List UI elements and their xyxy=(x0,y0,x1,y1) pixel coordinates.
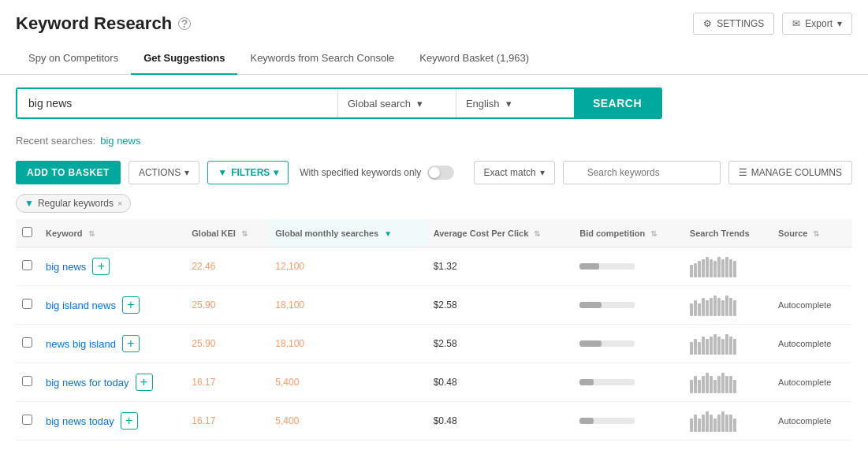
kei-value: 16.17 xyxy=(192,377,215,388)
trend-bar xyxy=(721,373,725,393)
col-keyword-label: Keyword xyxy=(46,229,82,238)
keyword-link[interactable]: big news today xyxy=(46,415,114,427)
col-header-source[interactable]: Source ⇅ xyxy=(772,219,852,247)
trend-bar xyxy=(710,376,713,393)
bid-bar-fill xyxy=(579,379,594,385)
recent-search-link[interactable]: big news xyxy=(100,135,140,147)
actions-caret-icon: ▾ xyxy=(184,167,189,178)
source-value: Autocomplete xyxy=(778,377,831,387)
language-dropdown[interactable]: English ▾ xyxy=(456,89,574,117)
col-trends-label: Search Trends xyxy=(690,229,750,238)
trend-bar xyxy=(717,376,721,393)
page-header: Keyword Research ? ⚙ SETTINGS ✉ Export ▾ xyxy=(0,0,868,43)
trend-bar xyxy=(694,263,697,277)
trend-bar xyxy=(733,339,736,355)
trend-bar xyxy=(694,300,697,316)
keywords-table: Keyword ⇅ Global KEI ⇅ Global monthly se… xyxy=(16,219,852,441)
row-checkbox[interactable] xyxy=(22,299,32,309)
keyword-search-input[interactable] xyxy=(17,89,337,117)
trend-bar xyxy=(690,265,693,277)
manage-columns-button[interactable]: ☰ MANAGE COLUMNS xyxy=(728,161,852,184)
tab-keywords-search-console[interactable]: Keywords from Search Console xyxy=(237,43,407,75)
source-value: Autocomplete xyxy=(778,300,831,310)
page-title: Keyword Research ? xyxy=(16,13,191,34)
trend-bar xyxy=(717,257,721,277)
col-header-cpc[interactable]: Average Cost Per Click ⇅ xyxy=(427,219,574,247)
search-button[interactable]: SEARCH xyxy=(574,89,661,117)
search-keywords-input[interactable] xyxy=(563,161,721,184)
trend-bar xyxy=(725,257,728,277)
add-keyword-button[interactable]: + xyxy=(122,296,140,314)
specified-keywords-toggle[interactable] xyxy=(427,165,454,180)
table-header-row: Keyword ⇅ Global KEI ⇅ Global monthly se… xyxy=(16,219,852,247)
col-bid-sort-icon: ⇅ xyxy=(650,229,657,238)
row-checkbox[interactable] xyxy=(22,337,32,348)
keyword-link[interactable]: big island news xyxy=(46,299,116,311)
trend-bar xyxy=(694,339,697,355)
trend-bar xyxy=(702,259,705,277)
trend-bar xyxy=(717,337,721,355)
kei-value: 25.90 xyxy=(192,338,215,349)
tab-spy-on-competitors[interactable]: Spy on Competitors xyxy=(16,43,131,75)
trend-bar xyxy=(733,300,736,316)
col-cpc-label: Average Cost Per Click xyxy=(434,229,529,238)
col-header-keyword[interactable]: Keyword ⇅ xyxy=(39,219,185,247)
filter-tag-close-icon[interactable]: × xyxy=(117,199,122,208)
source-value: Autocomplete xyxy=(778,416,831,426)
cpc-value: $2.58 xyxy=(434,338,457,349)
title-text: Keyword Research xyxy=(16,13,172,34)
search-trends-chart xyxy=(690,294,766,316)
add-keyword-button[interactable]: + xyxy=(92,258,110,275)
recent-searches-label: Recent searches: xyxy=(16,135,95,147)
header-actions: ⚙ SETTINGS ✉ Export ▾ xyxy=(693,13,852,35)
select-all-checkbox[interactable] xyxy=(22,227,32,237)
bid-competition-bar xyxy=(579,418,635,424)
col-header-monthly[interactable]: Global monthly searches ▼ xyxy=(269,219,427,247)
col-header-bid[interactable]: Bid competition ⇅ xyxy=(573,219,684,247)
add-keyword-button[interactable]: + xyxy=(136,374,153,391)
trend-bar xyxy=(710,337,713,355)
filters-button[interactable]: ▼ FILTERS ▾ xyxy=(207,161,289,184)
add-to-basket-button[interactable]: ADD TO BASKET xyxy=(16,161,121,184)
export-icon: ✉ xyxy=(792,18,800,29)
monthly-value: 18,100 xyxy=(275,299,304,311)
kei-value: 25.90 xyxy=(192,299,215,311)
add-keyword-button[interactable]: + xyxy=(121,412,138,430)
trend-bar xyxy=(725,415,728,432)
exact-match-button[interactable]: Exact match ▾ xyxy=(474,161,555,184)
specified-keywords-toggle-label: With specified keywords only xyxy=(300,165,454,180)
col-header-global-kei[interactable]: Global KEI ⇅ xyxy=(185,219,269,247)
search-section: Global search ▾ English ▾ SEARCH xyxy=(0,75,868,132)
settings-button[interactable]: ⚙ SETTINGS xyxy=(693,13,774,35)
trend-bar xyxy=(698,418,701,432)
keyword-link[interactable]: big news xyxy=(46,261,86,273)
language-caret-icon: ▾ xyxy=(506,98,512,110)
cpc-value: $2.58 xyxy=(434,299,457,311)
search-trends-chart xyxy=(690,333,766,355)
tab-get-suggestions[interactable]: Get Suggestions xyxy=(131,43,237,75)
export-button[interactable]: ✉ Export ▾ xyxy=(782,13,852,35)
add-keyword-button[interactable]: + xyxy=(122,335,140,352)
kei-value: 22.46 xyxy=(192,261,215,272)
keyword-link[interactable]: news big island xyxy=(46,338,116,350)
select-all-header[interactable] xyxy=(16,219,39,247)
col-source-label: Source xyxy=(778,229,807,238)
trend-bar xyxy=(725,296,728,316)
tab-keyword-basket[interactable]: Keyword Basket (1,963) xyxy=(407,43,542,75)
keyword-link[interactable]: big news for today xyxy=(46,377,129,389)
table-row: big news today + 16.175,400$0.48 Autocom… xyxy=(16,402,852,441)
global-search-dropdown[interactable]: Global search ▾ xyxy=(337,89,456,117)
bid-competition-bar xyxy=(579,379,635,385)
bid-competition-bar xyxy=(579,302,635,308)
col-header-trends: Search Trends xyxy=(684,219,772,247)
trend-bar xyxy=(721,339,725,355)
kei-value: 16.17 xyxy=(192,415,215,426)
search-trends-chart xyxy=(690,255,766,277)
help-icon[interactable]: ? xyxy=(178,17,191,30)
trend-bar xyxy=(710,259,713,277)
row-checkbox[interactable] xyxy=(22,376,32,386)
row-checkbox[interactable] xyxy=(22,415,32,425)
trend-bar xyxy=(713,334,717,355)
row-checkbox[interactable] xyxy=(22,260,32,270)
actions-button[interactable]: ACTIONS ▾ xyxy=(129,161,199,184)
